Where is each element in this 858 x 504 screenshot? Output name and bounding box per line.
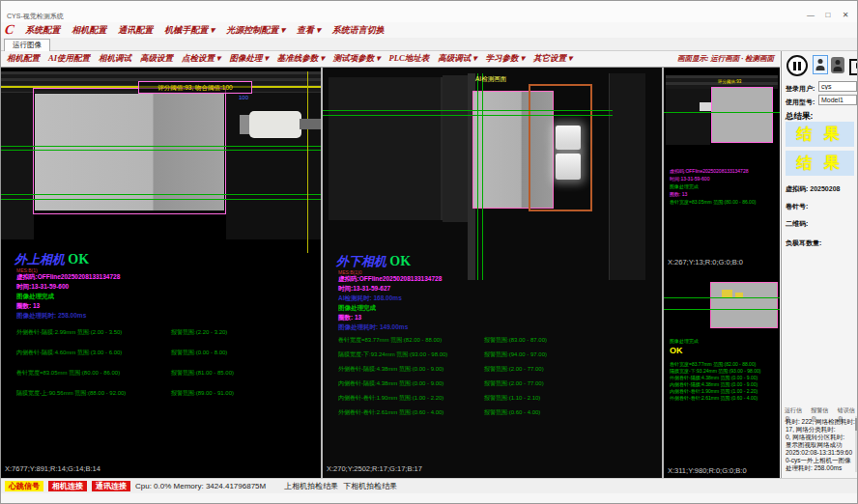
overlay-green-line [323, 110, 613, 111]
thumb-text-line: 时间:13-31-59-600 [670, 176, 709, 182]
thumbnail-column: 评分阈值:93 虚拟码:OFFline20250208133134728 时间:… [664, 68, 780, 479]
thumb-text-line: 卷针宽度=83.77mm 范围:(82.00 - 88.00) [670, 361, 756, 367]
menu-light-config[interactable]: 光源控制配置 ▾ [226, 24, 285, 37]
window-title: CYS-视觉检测系统 [7, 12, 64, 21]
exit-button[interactable] [847, 57, 858, 73]
result-box-upper: 结 果 [786, 122, 854, 147]
field-label: 二维码: [786, 220, 808, 227]
tool-spotcheck-settings[interactable]: 点检设置 ▾ [182, 53, 220, 65]
virtual-code-text: 虚拟码:OFFline20250208133134728 [338, 275, 442, 284]
maximize-icon[interactable]: □ [820, 10, 836, 21]
tool-advanced-settings[interactable]: 高级设置 [140, 53, 173, 65]
model-input[interactable] [818, 95, 857, 105]
overlay-green-line [1, 146, 321, 147]
alarm-range-text: 报警范围:(1.10 - 2.10) [484, 394, 540, 403]
main-view-area: 评分阈值:93, 吻合阈值:100 100 外上相机 OK MES:B(1) 虚… [1, 67, 780, 478]
pixel-coords-readout: X:7677;Y:891;R:14;G:14;B:14 [5, 464, 100, 473]
measurement-text: 隔膜宽度-上:90.56mm 范围:(88.00 - 92.00) [16, 389, 126, 398]
field-value: 20250208 [810, 185, 840, 192]
tool-advanced-debug[interactable]: 高级调试 ▾ [438, 53, 476, 65]
measurement-text: 隔膜宽度-下:93.24mm 范围:(93.00 - 98.00) [338, 350, 447, 359]
thumb-text-line: 外侧卷针-隔膜:4.38mm 范围:(0.00 - 9.00) [670, 375, 758, 380]
tool-plc-address-table[interactable]: PLC地址表 [389, 53, 430, 65]
camera-name: 外下相机 [336, 254, 386, 268]
tool-camera-config[interactable]: 相机配置 [7, 53, 40, 65]
overlay-magenta-roi [33, 88, 226, 214]
camera-title: 外上相机 OK [14, 251, 89, 268]
view-mode-label[interactable]: 画面显示: 运行画面 · 检测画面 [677, 54, 774, 64]
tool-image-processing[interactable]: 图像处理 ▾ [229, 53, 268, 65]
tool-camera-debug[interactable]: 相机调试 [99, 53, 131, 65]
tool-other-settings[interactable]: 其它设置 ▾ [533, 53, 572, 65]
result-ok-badge: OK [68, 252, 89, 266]
overlay-green-line [1, 150, 321, 151]
lower-camera-result-label: 下相机拍检结果 [343, 481, 397, 491]
comm-connection-badge: 通讯连接 [92, 481, 130, 491]
alarm-range-text: 报警范围:(0.60 - 4.00) [484, 408, 540, 417]
tool-baseline-params[interactable]: 基准线参数 ▾ [277, 53, 325, 65]
threshold-overlay-label: 评分阈值:93, 吻合阈值:100 [138, 81, 252, 94]
measurement-row: 外侧卷针-隔膜:4.38mm 范围:(0.00 - 9.00) 报警范围:(2.… [323, 365, 662, 373]
pixel-coords-readout: X:270;Y:2502;R:17;G:17;B:17 [327, 464, 422, 473]
tab-strip: 运行图像 [1, 38, 858, 51]
field-label: 卷针号: [786, 203, 808, 210]
tool-test-params[interactable]: 测试项参数 ▾ [333, 53, 381, 65]
log-line: 处理耗时: 258.00ms [786, 464, 842, 473]
alarm-range-text: 报警范围:(0.00 - 8.00) [171, 349, 227, 357]
menu-comm-config[interactable]: 通讯配置 [118, 24, 153, 37]
gripper-image [249, 111, 301, 138]
alarm-range-text: 报警范围:(2.20 - 3.20) [171, 328, 227, 337]
needle-number-field: 卷针号: [786, 202, 808, 211]
menu-camera-config[interactable]: 相机配置 [72, 24, 106, 37]
process-elapsed-text: 图像处理耗时: 149.00ms [338, 323, 408, 332]
login-user-input[interactable] [818, 81, 857, 92]
machinery-image [609, 73, 645, 280]
time-text: 时间:13-31-59-627 [338, 285, 390, 294]
close-icon[interactable]: ✕ [838, 10, 853, 21]
thumb-cell-block-image[interactable] [711, 87, 773, 143]
result-box-lower: 结 果 [786, 151, 854, 176]
alarm-range-text: 报警范围:(83.00 - 87.00) [484, 336, 547, 345]
thumb-text-line: 外侧卷针-卷针:2.61mm 范围:(0.60 - 4.00) [670, 395, 758, 401]
operator-button[interactable] [831, 57, 844, 73]
menu-language-switch[interactable]: 系统语言切换 [332, 24, 385, 37]
overlay-green-line [1, 199, 321, 200]
measurement-row: 隔膜宽度-上:90.56mm 范围:(88.00 - 92.00) 报警范围:(… [1, 389, 321, 397]
login-user-label: 登录用户: [786, 84, 815, 94]
overlay-green-line [664, 309, 780, 310]
measurement-row: 外侧卷针-隔膜:2.99mm 范围:(2.00 - 3.50) 报警范围:(2.… [1, 328, 321, 336]
pixel-coords-readout: X:267;Y:13;R:0;G:0;B:0 [668, 258, 743, 266]
camera-panel-upper-outer[interactable]: 评分阈值:93, 吻合阈值:100 100 外上相机 OK MES:B(1) 虚… [1, 68, 321, 479]
measurement-text: 外侧卷针-卷针:2.61mm 范围:(0.60 - 4.00) [338, 408, 443, 417]
app-window: CYS-视觉检测系统 — □ ✕ C 系统配置 相机配置 通讯配置 机械手配置 … [0, 0, 858, 504]
menu-system-config[interactable]: 系统配置 [25, 24, 60, 37]
thumb-text-line: 图像处理完成 [670, 183, 699, 189]
login-user-button[interactable] [813, 55, 828, 74]
pixel-coords-readout: X:311;Y:980;R:0;G:0;B:0 [668, 466, 747, 475]
pause-button[interactable] [786, 55, 808, 76]
turns-count-text: 圈数: 13 [338, 314, 361, 322]
field-label: 虚拟码: [786, 185, 808, 192]
tool-ai-config[interactable]: AI使用配置 [48, 53, 90, 65]
measurement-text: 外侧卷针-隔膜:2.99mm 范围:(2.00 - 3.50) [16, 328, 122, 337]
overlay-green-line [664, 297, 780, 298]
right-sidebar: 登录用户: 使用型号: 总结果: 结 果 结 果 虚拟码: 20250208 卷… [781, 51, 858, 478]
minimize-icon[interactable]: — [803, 10, 818, 21]
alarm-range-text: 报警范围:(2.00 - 77.00) [484, 379, 544, 388]
alarm-range-text: 报警范围:(89.00 - 91.00) [171, 389, 234, 398]
thumb-dark-region [666, 89, 710, 145]
upper-camera-result-label: 上相机拍检结果 [284, 481, 338, 491]
thumb-text-line: 内侧卷针-卷针:1.90mm 范围:(1.00 - 2.20) [670, 388, 758, 394]
camera-name: 外上相机 [14, 252, 65, 266]
menu-view[interactable]: 查看 ▾ [297, 24, 321, 37]
tool-learning-params[interactable]: 学习参数 ▾ [486, 53, 525, 65]
tab-run-image[interactable]: 运行图像 [4, 39, 50, 51]
pause-icon [798, 62, 801, 70]
toolbar: 相机配置 AI使用配置 相机调试 高级设置 点检设置 ▾ 图像处理 ▾ 基准线参… [1, 51, 780, 67]
thumb-cell-block-image[interactable] [710, 282, 778, 328]
qr-code-field: 二维码: [786, 219, 808, 229]
menu-robot-config[interactable]: 机械手配置 ▾ [164, 24, 214, 37]
result-ok-badge: OK [389, 254, 411, 268]
camera-panel-lower-outer[interactable]: AI检测画面 外下相机 OK MES:B(1)0 虚拟码:OFFline2025… [323, 68, 662, 479]
measurement-row: 内侧卷针-卷针:1.90mm 范围:(1.00 - 2.20) 报警范围:(1.… [323, 394, 662, 402]
